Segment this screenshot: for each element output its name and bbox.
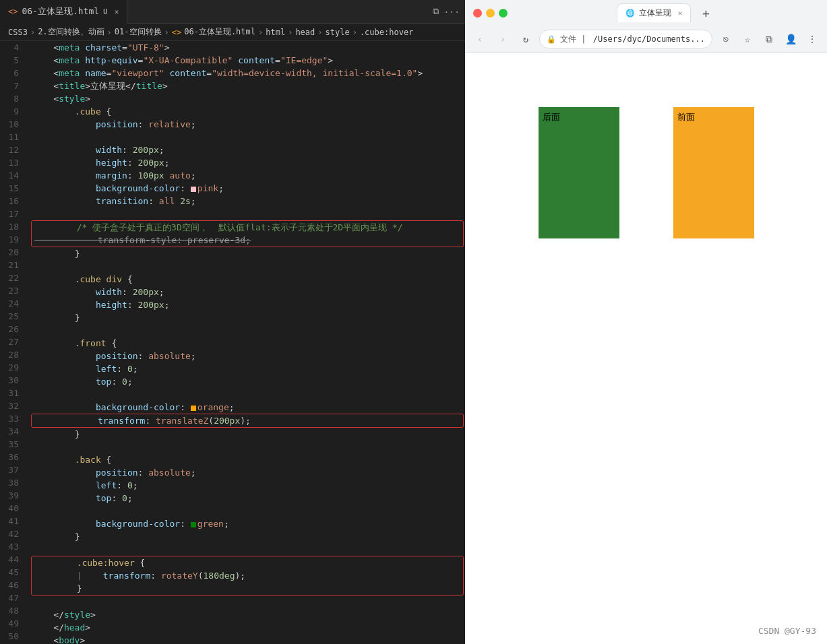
code-line-10: position: relative; xyxy=(30,118,465,131)
breadcrumb-anim[interactable]: 2.空间转换、动画 xyxy=(38,26,104,38)
breadcrumb-sep-6: › xyxy=(317,28,322,37)
code-line-21 xyxy=(30,260,465,273)
editor-panel: <> 06-立体呈现.html U ✕ ⧉ ··· CSS3 › 2.空间转换、… xyxy=(0,0,465,644)
breadcrumb-sep-7: › xyxy=(353,28,357,37)
code-line-25: } xyxy=(30,311,465,324)
browser-navbar: ‹ › ↻ 🔒 文件 | /Users/dyc/Documents... ⎋ ☆… xyxy=(465,26,827,53)
browser-panel: 🌐 立体呈现 ✕ + ‹ › ↻ 🔒 文件 | /Users/dyc/Docum… xyxy=(465,0,827,644)
editor-tab-active[interactable]: <> 06-立体呈现.html U ✕ xyxy=(0,0,127,24)
breadcrumb-sep-4: › xyxy=(258,28,263,37)
breadcrumb-space[interactable]: 01-空间转换 xyxy=(115,26,162,38)
editor-tab-label: 06-立体呈现.html xyxy=(22,5,99,18)
code-line-26 xyxy=(30,324,465,337)
editor-tabs: <> 06-立体呈现.html U ✕ ⧉ ··· xyxy=(0,0,465,24)
code-line-35 xyxy=(30,441,465,453)
browser-tab-label: 立体呈现 xyxy=(639,7,671,19)
breadcrumb-html[interactable]: html xyxy=(266,28,285,37)
code-line-37: position: absolute; xyxy=(30,466,465,479)
highlight-box-1: /* 使子盒子处于真正的3D空间， 默认值flat:表示子元素处于2D平面内呈现… xyxy=(31,220,464,247)
reload-button[interactable]: ↻ xyxy=(516,30,535,49)
address-bar[interactable]: 🔒 文件 | /Users/dyc/Documents... xyxy=(539,30,712,49)
code-line-16: transition: all 2s; xyxy=(30,195,465,207)
code-line-24: height: 200px; xyxy=(30,298,465,311)
code-line-18: /* 使子盒子处于真正的3D空间， 默认值flat:表示子元素处于2D平面内呈现… xyxy=(32,221,463,234)
code-line-41: background-color: green; xyxy=(30,517,465,530)
code-line-34: } xyxy=(30,428,465,441)
code-line-45: | transform: rotateY(180deg); xyxy=(32,569,463,582)
browser-tab[interactable]: 🌐 立体呈现 ✕ xyxy=(617,3,692,22)
close-button[interactable] xyxy=(473,9,482,18)
code-line-30: top: 0; xyxy=(30,375,465,388)
back-button[interactable]: ‹ xyxy=(470,30,489,49)
code-line-47 xyxy=(30,595,465,608)
code-line-50: <body> xyxy=(30,634,465,644)
code-line-42: } xyxy=(30,530,465,543)
code-line-15: background-color: pink; xyxy=(30,182,465,195)
breadcrumb-sep-2: › xyxy=(107,28,112,37)
editor-tab-modified: U xyxy=(103,7,108,16)
browser-tab-close-icon[interactable]: ✕ xyxy=(678,9,683,18)
code-line-39: top: 0; xyxy=(30,492,465,505)
breadcrumb: CSS3 › 2.空间转换、动画 › 01-空间转换 › <> 06-立体呈现.… xyxy=(0,24,465,41)
code-line-32: background-color: orange; xyxy=(30,401,465,414)
breadcrumb-selector[interactable]: .cube:hover xyxy=(360,28,413,37)
browser-titlebar: 🌐 立体呈现 ✕ + xyxy=(465,0,827,26)
lock-icon: 🔒 xyxy=(547,35,556,44)
code-line-49: </head> xyxy=(30,621,465,634)
breadcrumb-sep-1: › xyxy=(30,28,35,37)
csdn-watermark: CSDN @GY-93 xyxy=(758,626,816,636)
breadcrumb-head[interactable]: head xyxy=(295,28,315,37)
highlight-box-3: .cube:hover { | transform: rotateY(180de… xyxy=(31,556,464,595)
editor-tab-actions: ⧉ ··· xyxy=(433,6,465,17)
traffic-lights xyxy=(473,9,508,18)
forward-button[interactable]: › xyxy=(493,30,512,49)
code-line-9: .cube { xyxy=(30,105,465,118)
share-button[interactable]: ⎋ xyxy=(716,30,735,49)
code-content[interactable]: <meta charset="UTF-8"> <meta http-equiv=… xyxy=(30,41,465,644)
html-file-icon: <> xyxy=(8,7,18,16)
cube-back-face: 后面 xyxy=(539,107,619,238)
breadcrumb-sep-3: › xyxy=(164,28,169,37)
editor-tab-close[interactable]: ✕ xyxy=(115,7,119,16)
maximize-button[interactable] xyxy=(499,9,508,18)
breadcrumb-file-icon: <> xyxy=(172,28,181,37)
line-numbers: 45678 910111213 1415161718 1920212223 24… xyxy=(0,41,30,644)
code-line-17 xyxy=(30,207,465,220)
code-line-29: left: 0; xyxy=(30,362,465,375)
more-actions-icon[interactable]: ··· xyxy=(444,7,460,17)
sidebar-toggle-button[interactable]: ⧉ xyxy=(760,30,778,49)
browser-chrome: 🌐 立体呈现 ✕ + ‹ › ↻ 🔒 文件 | /Users/dyc/Docum… xyxy=(465,0,827,53)
code-line-36: .back { xyxy=(30,453,465,466)
back-face-label: 后面 xyxy=(543,111,560,123)
profile-button[interactable]: 👤 xyxy=(781,30,800,49)
code-line-6: <meta name="viewport" content="width=dev… xyxy=(30,67,465,79)
nav-actions: ⎋ ☆ ⧉ 👤 ⋮ xyxy=(716,30,822,49)
breadcrumb-filename[interactable]: 06-立体呈现.html xyxy=(184,26,255,38)
code-line-40 xyxy=(30,505,465,517)
code-line-4: <meta charset="UTF-8"> xyxy=(30,41,465,54)
browser-content: 后面 前面 CSDN @GY-93 xyxy=(465,53,827,644)
split-editor-icon[interactable]: ⧉ xyxy=(433,6,439,17)
code-line-33: transform: translateZ(200px); xyxy=(32,414,463,427)
code-line-7: <title>立体呈现</title> xyxy=(30,79,465,92)
more-button[interactable]: ⋮ xyxy=(803,30,822,49)
breadcrumb-style[interactable]: style xyxy=(326,28,350,37)
code-line-28: position: absolute; xyxy=(30,350,465,362)
code-line-23: width: 200px; xyxy=(30,286,465,298)
code-line-31 xyxy=(30,388,465,401)
cube-front-face: 前面 xyxy=(673,107,754,238)
code-line-43 xyxy=(30,543,465,556)
code-area: 45678 910111213 1415161718 1920212223 24… xyxy=(0,41,465,644)
bookmark-button[interactable]: ☆ xyxy=(738,30,757,49)
new-tab-button[interactable]: + xyxy=(696,3,715,22)
front-face-label: 前面 xyxy=(677,111,695,123)
breadcrumb-css3[interactable]: CSS3 xyxy=(8,28,28,37)
minimize-button[interactable] xyxy=(486,9,495,18)
code-line-20: } xyxy=(30,247,465,260)
browser-tab-icon: 🌐 xyxy=(625,9,635,18)
code-line-27: .front { xyxy=(30,337,465,350)
code-line-8: <style> xyxy=(30,92,465,105)
code-line-22: .cube div { xyxy=(30,273,465,286)
code-line-5: <meta http-equiv="X-UA-Compatible" conte… xyxy=(30,54,465,67)
code-line-12: width: 200px; xyxy=(30,143,465,156)
